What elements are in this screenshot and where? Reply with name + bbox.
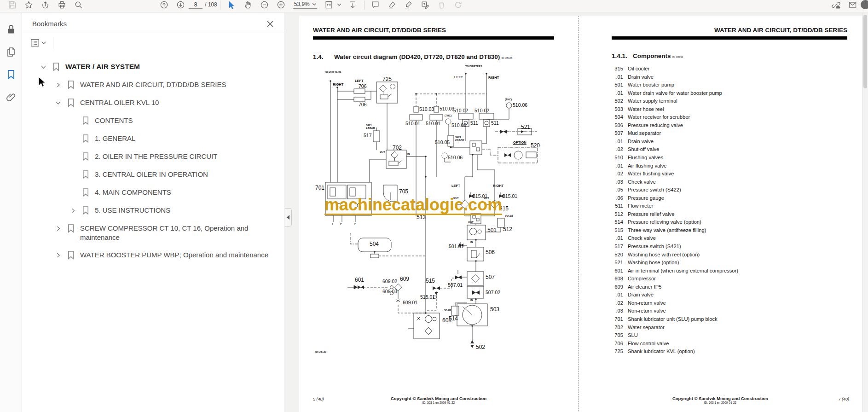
save-icon[interactable] <box>4 0 20 12</box>
scrollbar-thumb[interactable] <box>863 15 867 88</box>
component-description: Pressure gauge <box>628 194 664 203</box>
component-number: 706 <box>608 340 623 348</box>
component-number: 504 <box>608 113 623 122</box>
bookmark-item[interactable]: WATER BOOSTER PUMP WBP; Operation and ma… <box>22 246 284 264</box>
component-description: Pressure reducing valve <box>628 122 683 130</box>
component-description: Pressure relieving valve (option) <box>628 218 701 226</box>
bookmark-label: WATER BOOSTER PUMP WBP; Operation and ma… <box>80 250 268 260</box>
scrolling-mode-icon[interactable] <box>345 0 361 12</box>
chevron-right-icon[interactable] <box>55 80 67 89</box>
diagram-label: 510.01 <box>405 121 420 126</box>
bookmark-icon <box>82 116 95 126</box>
section-number: 1.4.1. <box>612 52 633 59</box>
component-description: Air cleaner IP5 <box>628 283 661 291</box>
diagram-label: 506 <box>486 250 495 255</box>
delete-icon[interactable] <box>434 0 450 12</box>
component-description: Compressor <box>628 275 656 283</box>
chevron-down-icon[interactable] <box>337 3 341 6</box>
component-description: Flow control valve <box>628 340 669 348</box>
bookmarks-panel-icon[interactable] <box>6 69 17 80</box>
component-number: 705 <box>608 331 623 340</box>
component-description: Shut-off valve <box>628 145 659 154</box>
select-tool-icon[interactable] <box>223 0 240 12</box>
bookmarks-panel: Bookmarks WATER / AIR SYSTEMWATER AND AI… <box>22 13 284 412</box>
chevron-down-icon[interactable] <box>55 98 67 107</box>
previous-page-icon[interactable] <box>156 0 172 12</box>
diagram-label: 705 <box>399 189 408 195</box>
bookmark-label: SCREW COMPRESSOR CT 10, CT 16, Operation… <box>80 224 284 242</box>
diagram-label: 501.01 <box>449 244 463 249</box>
component-number: 510 <box>608 154 623 162</box>
zoom-in-icon[interactable] <box>273 0 289 12</box>
chevron-right-icon[interactable] <box>55 250 67 260</box>
list-item: .01Drain valve <box>608 73 853 81</box>
component-number: .06 <box>608 194 623 203</box>
next-page-icon[interactable] <box>172 0 189 12</box>
bookmark-item[interactable]: 2. OILER IN THE PRESSURE CIRCUIT <box>22 148 284 166</box>
edit-text-icon[interactable] <box>417 0 434 12</box>
bookmark-item[interactable]: CONTENTS <box>22 112 284 130</box>
print-icon[interactable] <box>53 0 70 12</box>
header-rule <box>612 36 847 40</box>
component-description: Pressure relief valve <box>628 210 674 219</box>
vertical-scrollbar[interactable] <box>862 13 868 412</box>
component-description: Pressure switch (S422) <box>628 186 681 194</box>
account-icon[interactable] <box>861 0 868 9</box>
bookmark-item[interactable]: CENTRAL OILER KVL 10 <box>22 94 284 112</box>
chevron-down-icon[interactable] <box>41 62 52 71</box>
page-number-input[interactable]: 8 <box>189 1 203 9</box>
share-icon[interactable] <box>37 0 53 12</box>
email-icon[interactable] <box>844 0 861 12</box>
bookmark-icon <box>67 224 80 233</box>
component-description: Shank lubricator unit (SLU) pump block <box>628 315 718 324</box>
bookmark-item[interactable]: 4. MAIN COMPONENTS <box>22 184 284 202</box>
collapse-arrow-icon <box>287 215 289 220</box>
list-item: 705SLU <box>608 331 853 340</box>
comment-icon[interactable] <box>367 0 384 12</box>
rotate-icon[interactable] <box>450 0 467 12</box>
diagram-label: 511 <box>470 121 478 126</box>
bookmark-item[interactable]: WATER / AIR SYSTEM <box>22 58 284 76</box>
list-item: 507Mud separator <box>608 129 853 138</box>
star-icon[interactable] <box>20 0 37 12</box>
chevron-right-icon[interactable] <box>70 206 82 215</box>
panel-title: Bookmarks <box>32 20 67 28</box>
bookmark-icon <box>82 134 95 144</box>
diagram-label: LEFT <box>454 75 463 79</box>
bookmark-item[interactable]: 5. USE INSTRUCTIONS <box>22 202 284 220</box>
zoom-out-icon[interactable] <box>256 0 273 12</box>
lock-icon[interactable] <box>6 24 17 35</box>
attachments-icon[interactable] <box>6 92 17 103</box>
list-item: 706Flow control valve <box>608 340 853 348</box>
bookmark-item[interactable]: 1. GENERAL <box>22 130 284 148</box>
copyright-footer: Copyright © Sandvik Mining and Construct… <box>579 396 862 404</box>
bookmark-label: CENTRAL OILER KVL 10 <box>80 98 159 107</box>
bookmark-label: 3. CENTRAL OILER IN OPERATION <box>95 170 208 179</box>
share-link-icon[interactable] <box>827 0 844 12</box>
zoom-level-select[interactable]: 53,9% <box>293 1 317 9</box>
bookmark-item[interactable]: 3. CENTRAL OILER IN OPERATION <box>22 166 284 184</box>
diagram-label: 504 <box>370 241 379 247</box>
diagram-label: 510.02 <box>453 108 468 113</box>
copyright-footer: Copyright © Sandvik Mining and Construct… <box>299 396 578 404</box>
fit-width-icon[interactable] <box>321 0 337 12</box>
close-icon[interactable] <box>266 20 274 28</box>
search-icon[interactable] <box>70 0 87 12</box>
hand-tool-icon[interactable] <box>240 0 256 12</box>
zoom-level-value: 53,9% <box>294 1 310 7</box>
highlight-icon[interactable] <box>384 0 400 12</box>
component-description: Non-return valve <box>628 299 666 308</box>
diagram-label: 510.03 <box>419 107 434 112</box>
watermark: machinecatalogic.com <box>324 196 502 215</box>
bookmark-item[interactable]: SCREW COMPRESSOR CT 10, CT 16, Operation… <box>22 220 284 246</box>
list-item: 517Pressure switch (S421) <box>608 243 853 251</box>
diagram-label: 701 <box>315 185 324 191</box>
bookmark-item[interactable]: WATER AND AIR CIRCUIT, DT/DD/DB SERIES <box>22 76 284 94</box>
component-number: .03 <box>608 178 623 186</box>
bookmark-options-button[interactable] <box>30 39 46 47</box>
fill-sign-icon[interactable] <box>400 0 417 12</box>
list-item: .01Air flushing valve <box>608 162 853 170</box>
collapse-panel-handle[interactable] <box>285 208 292 226</box>
pages-icon[interactable] <box>6 46 17 58</box>
chevron-right-icon[interactable] <box>55 224 67 233</box>
